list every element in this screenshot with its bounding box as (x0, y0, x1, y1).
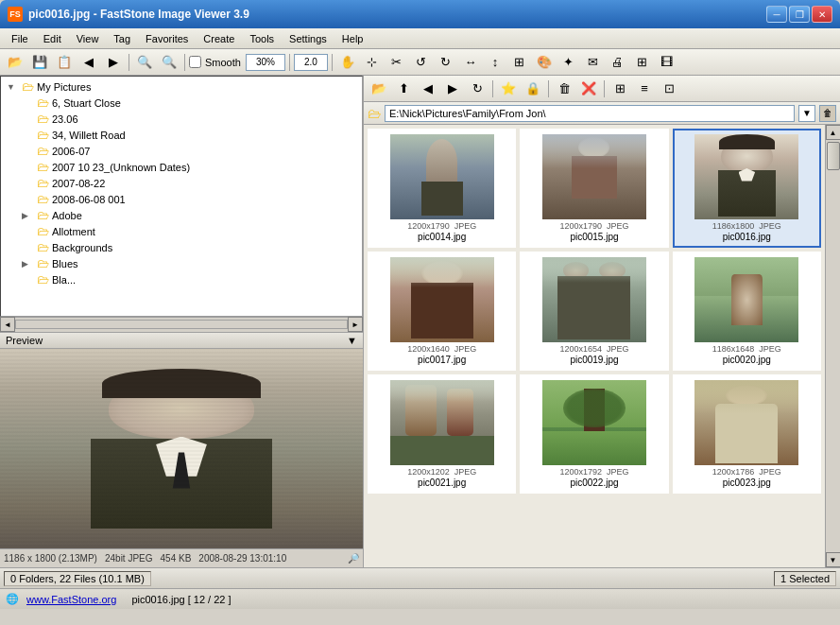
tb-effect-button[interactable]: ✦ (557, 52, 580, 73)
address-clear-button[interactable]: 🗑 (819, 105, 836, 122)
tb-zoom-in-button[interactable]: 🔍 (133, 52, 156, 73)
tree-item-blues[interactable]: ▶ 🗁 Blues (3, 255, 360, 271)
thumb-meta-pic0017: 1200x1640 JPEG (407, 344, 476, 354)
tb-prev-button[interactable]: ◀ (77, 52, 100, 73)
menu-bar: File Edit View Tag Favorites Create Tool… (0, 28, 840, 49)
tree-item-mypictures[interactable]: ▼ 🗁 My Pictures (3, 78, 360, 95)
tb2-grid-view-button[interactable]: ⊞ (609, 78, 631, 99)
image-depth: 24bit JPEG (105, 553, 153, 564)
tb-hand-button[interactable]: ✋ (336, 52, 359, 73)
tb-flip-v-button[interactable]: ↕ (484, 52, 506, 73)
hscroll-right[interactable]: ► (348, 317, 363, 332)
tb2-up-button[interactable]: ⬆ (392, 78, 415, 99)
tb-save-as-button[interactable]: 📋 (53, 52, 76, 73)
tb2-open-button[interactable]: 📂 (368, 78, 390, 99)
tb-flip-h-button[interactable]: ↔ (459, 52, 482, 73)
preview-panel: Preview ▼ (0, 332, 363, 568)
minimize-button[interactable]: ─ (766, 6, 787, 23)
tree-item-backgrounds[interactable]: 🗁 Backgrounds (3, 239, 360, 255)
tb-rotate-right-button[interactable]: ↻ (435, 52, 457, 73)
tb-print-button[interactable]: 🖨 (607, 52, 629, 73)
folder-icon-address: 🗁 (368, 106, 381, 121)
menu-tools[interactable]: Tools (242, 31, 282, 46)
folder-tree[interactable]: ▼ 🗁 My Pictures 🗁 6, Stuart Close 🗁 23.0… (0, 76, 363, 317)
image-info-icon[interactable]: 🔎 (348, 553, 359, 564)
tb-zoom-out-button[interactable]: 🔍 (158, 52, 180, 73)
thumb-pic0015[interactable]: 1200x1790 JPEG pic0015.jpg (520, 129, 668, 248)
thumb-pic0021[interactable]: 1200x1202 JPEG pic0021.jpg (368, 374, 516, 494)
image-dimensions: 1186 x 1800 (2.13MP) (4, 553, 97, 564)
tb2-refresh-button[interactable]: ↻ (466, 78, 489, 99)
tb-crop-button[interactable]: ✂ (386, 52, 408, 73)
tree-item-20080608[interactable]: 🗁 2008-06-08 001 (3, 191, 360, 207)
restore-button[interactable]: ❒ (789, 6, 810, 23)
menu-create[interactable]: Create (196, 31, 242, 46)
tb2-cancel-button[interactable]: ❌ (577, 78, 600, 99)
thumb-pic0020[interactable]: 1186x1648 JPEG pic0020.jpg (673, 252, 821, 371)
address-input[interactable] (385, 105, 795, 122)
folder-icon-adobe: 🗁 (37, 208, 49, 222)
tree-item-2306[interactable]: 🗁 23.06 (3, 111, 360, 127)
left-panel: ▼ 🗁 My Pictures 🗁 6, Stuart Close 🗁 23.0… (0, 76, 364, 567)
menu-settings[interactable]: Settings (282, 31, 334, 46)
thumb-pic0016[interactable]: 1186x1800 JPEG pic0016.jpg (673, 129, 821, 248)
menu-view[interactable]: View (69, 31, 107, 46)
menu-tag[interactable]: Tag (106, 31, 138, 46)
hscroll-left[interactable]: ◄ (0, 317, 15, 332)
menu-favorites[interactable]: Favorites (138, 31, 196, 46)
thumb-img-pic0019 (542, 257, 646, 342)
menu-file[interactable]: File (4, 31, 36, 46)
folder-icon-bla: 🗁 (37, 272, 49, 286)
address-go-button[interactable]: ▼ (798, 105, 815, 122)
zoom2-input[interactable] (294, 54, 328, 71)
tb2-fav-button[interactable]: ⭐ (497, 78, 520, 99)
thumb-img-pic0015 (542, 134, 646, 219)
tb-resize-button[interactable]: ⊞ (508, 52, 531, 73)
menu-edit[interactable]: Edit (36, 31, 69, 46)
tree-item-200607[interactable]: 🗁 2006-07 (3, 143, 360, 159)
tb2-detail-view-button[interactable]: ⊡ (658, 78, 680, 99)
tb-sep1 (129, 54, 129, 71)
thumb-pic0023[interactable]: 1200x1786 JPEG pic0023.jpg (673, 374, 821, 494)
tb-email-button[interactable]: ✉ (582, 52, 605, 73)
menu-help[interactable]: Help (334, 31, 371, 46)
vscroll-up[interactable]: ▲ (826, 125, 841, 140)
tb2-delete-button[interactable]: 🗑 (553, 78, 575, 99)
tb-grid-button[interactable]: ⊞ (631, 52, 654, 73)
tree-item-6stuartclose[interactable]: 🗁 6, Stuart Close (3, 95, 360, 111)
tb-next-button[interactable]: ▶ (102, 52, 125, 73)
tb-rotate-left-button[interactable]: ↺ (410, 52, 433, 73)
tb2-lock-button[interactable]: 🔒 (522, 78, 544, 99)
thumb-pic0017[interactable]: 1200x1640 JPEG pic0017.jpg (368, 252, 516, 371)
zoom-input[interactable] (246, 54, 285, 71)
smooth-checkbox[interactable] (189, 56, 201, 68)
tb2-fwd-button[interactable]: ▶ (441, 78, 464, 99)
thumb-meta-pic0015: 1200x1790 JPEG (559, 221, 628, 231)
main-area: ▼ 🗁 My Pictures 🗁 6, Stuart Close 🗁 23.0… (0, 76, 840, 567)
expand-icon-mypictures: ▼ (7, 82, 22, 92)
tree-item-adobe[interactable]: ▶ 🗁 Adobe (3, 207, 360, 223)
tb2-back-button[interactable]: ◀ (417, 78, 439, 99)
tree-label-20070822: 2007-08-22 (52, 178, 105, 189)
tb2-list-view-button[interactable]: ≡ (633, 78, 656, 99)
tree-item-allotment[interactable]: 🗁 Allotment (3, 223, 360, 239)
close-button[interactable]: ✕ (812, 6, 832, 23)
tb-film-button[interactable]: 🎞 (656, 52, 678, 73)
thumb-pic0014[interactable]: 1200x1790 JPEG pic0014.jpg (368, 129, 516, 248)
thumb-pic0022[interactable]: 1200x1792 JPEG pic0022.jpg (520, 374, 668, 494)
tb-select-button[interactable]: ⊹ (361, 52, 384, 73)
thumb-vscrollbar[interactable]: ▲ ▼ (825, 125, 840, 567)
tb-save-button[interactable]: 💾 (28, 52, 51, 73)
vscroll-thumb[interactable] (827, 142, 840, 170)
tree-hscrollbar[interactable]: ◄ ► (0, 317, 363, 332)
preview-header[interactable]: Preview ▼ (0, 333, 363, 349)
tree-item-bla[interactable]: 🗁 Bla... (3, 271, 360, 287)
tb-color-button[interactable]: 🎨 (533, 52, 556, 73)
tree-item-20070822[interactable]: 🗁 2007-08-22 (3, 175, 360, 191)
tb-open-button[interactable]: 📂 (4, 52, 26, 73)
vscroll-down[interactable]: ▼ (826, 552, 841, 567)
tree-item-34willettroad[interactable]: 🗁 34, Willett Road (3, 127, 360, 143)
folder-icon-6stuartclose: 🗁 (37, 95, 49, 110)
thumb-pic0019[interactable]: 1200x1654 JPEG pic0019.jpg (520, 252, 668, 371)
tree-item-20071023[interactable]: 🗁 2007 10 23_(Unknown Dates) (3, 159, 360, 175)
